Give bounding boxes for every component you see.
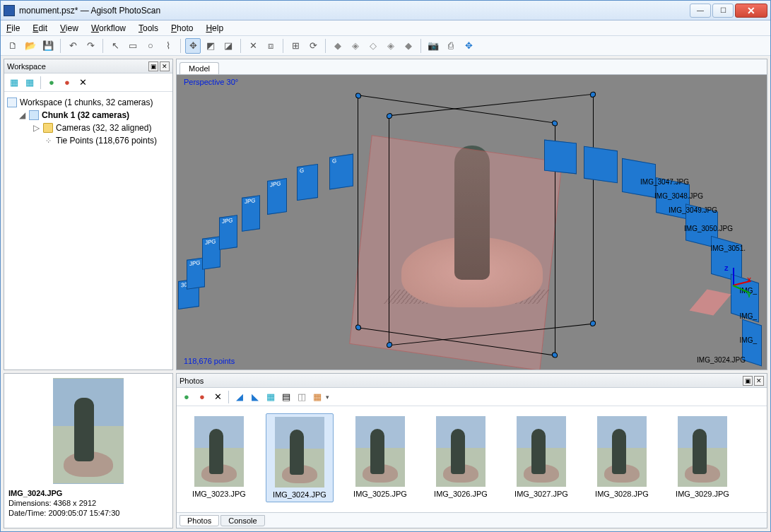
camera-marker[interactable]: JPG bbox=[219, 215, 237, 250]
pointer-icon[interactable]: ↖ bbox=[107, 38, 123, 54]
reset-view-icon[interactable]: ⟳ bbox=[305, 38, 321, 54]
bbox-handle[interactable] bbox=[552, 352, 558, 358]
rotate-right-icon[interactable]: ◣ bbox=[248, 390, 262, 404]
camera-icon[interactable]: 📷 bbox=[425, 38, 441, 54]
photo-thumbnail[interactable]: IMG_3026.JPG bbox=[427, 413, 495, 501]
photo-thumbnail[interactable]: IMG_3029.JPG bbox=[669, 413, 736, 501]
viewport-points-label: 118,676 points bbox=[184, 357, 235, 365]
free-select-icon[interactable]: ⌇ bbox=[160, 38, 176, 54]
preview-thumbnail[interactable] bbox=[53, 378, 124, 484]
select-b-icon[interactable]: ◪ bbox=[220, 38, 236, 54]
menu-view[interactable]: View bbox=[60, 23, 78, 33]
mask-icon[interactable]: ▦ bbox=[264, 390, 278, 404]
camera-label: IMG_ bbox=[740, 336, 757, 344]
separator bbox=[325, 39, 326, 53]
tab-console[interactable]: Console bbox=[220, 515, 264, 526]
thumbnail-caption: IMG_3028.JPG bbox=[595, 490, 649, 498]
separator bbox=[40, 76, 41, 89]
save-icon[interactable]: 💾 bbox=[40, 38, 56, 54]
thumbnail-caption: IMG_3029.JPG bbox=[676, 490, 729, 498]
photo-thumbnails[interactable]: IMG_3023.JPGIMG_3024.JPGIMG_3025.JPGIMG_… bbox=[177, 406, 767, 512]
viewmode-2-icon[interactable]: ◈ bbox=[348, 38, 363, 54]
delete-icon[interactable]: ✕ bbox=[245, 38, 261, 54]
detail-b-icon[interactable]: ◫ bbox=[295, 390, 309, 404]
camera-marker[interactable]: JPG bbox=[242, 195, 260, 232]
rect-select-icon[interactable]: ▭ bbox=[125, 38, 141, 54]
3d-viewport[interactable]: Perspective 30° 118,676 points bbox=[177, 75, 767, 370]
menu-tools[interactable]: Tools bbox=[139, 23, 158, 33]
collapse-icon[interactable]: ◢ bbox=[18, 109, 26, 122]
menu-edit[interactable]: Edit bbox=[33, 23, 47, 33]
photo-thumbnail[interactable]: IMG_3025.JPG bbox=[346, 413, 414, 501]
camera-marker[interactable]: JPG bbox=[267, 178, 287, 215]
photo-thumbnail[interactable]: IMG_3023.JPG bbox=[185, 413, 253, 501]
bbox-icon[interactable]: ⊞ bbox=[288, 38, 303, 54]
viewmode-4-icon[interactable]: ◈ bbox=[383, 38, 399, 54]
bottom-tabs: Photos Console bbox=[177, 512, 767, 528]
rotate-left-icon[interactable]: ◢ bbox=[233, 390, 247, 404]
view-mode-icon[interactable]: ▦ bbox=[310, 390, 324, 404]
tree-tiepoints[interactable]: Tie Points (118,676 points) bbox=[7, 134, 170, 147]
undo-icon[interactable]: ↶ bbox=[65, 38, 81, 54]
new-icon[interactable]: 🗋 bbox=[5, 38, 20, 54]
select-a-icon[interactable]: ◩ bbox=[203, 38, 218, 54]
menu-help[interactable]: Help bbox=[206, 23, 223, 33]
tab-photos[interactable]: Photos bbox=[179, 515, 219, 526]
tree-workspace-root[interactable]: Workspace (1 chunks, 32 cameras) bbox=[7, 96, 170, 109]
photo-thumbnail[interactable]: IMG_3024.JPG bbox=[266, 413, 334, 502]
photo-thumbnail[interactable]: IMG_3027.JPG bbox=[507, 413, 575, 501]
bbox-handle[interactable] bbox=[387, 113, 392, 119]
menu-file[interactable]: File bbox=[6, 23, 20, 33]
camera-label: IMG_ bbox=[740, 312, 757, 320]
bbox-handle[interactable] bbox=[355, 324, 361, 331]
menu-photo[interactable]: Photo bbox=[171, 23, 193, 33]
close-button[interactable]: ✕ bbox=[735, 4, 767, 18]
bbox-handle[interactable] bbox=[590, 320, 596, 326]
detail-a-icon[interactable]: ▤ bbox=[279, 390, 293, 404]
viewmode-3-icon[interactable]: ◇ bbox=[365, 38, 381, 54]
tree-label: Workspace (1 chunks, 32 cameras) bbox=[20, 96, 153, 109]
camera-marker[interactable]: G bbox=[329, 154, 353, 190]
camera-marker[interactable] bbox=[544, 140, 577, 175]
open-icon[interactable]: 📂 bbox=[23, 38, 38, 54]
navigate-icon[interactable]: ✥ bbox=[185, 38, 201, 54]
delete-icon[interactable]: ✕ bbox=[76, 76, 90, 90]
bbox-handle[interactable] bbox=[355, 93, 361, 99]
move-icon[interactable]: ✥ bbox=[461, 38, 476, 54]
bbox-handle[interactable] bbox=[590, 91, 596, 97]
delete-icon[interactable]: ✕ bbox=[211, 390, 225, 404]
camera-marker[interactable] bbox=[584, 146, 618, 184]
photo-thumbnail[interactable]: IMG_3028.JPG bbox=[588, 413, 656, 501]
print-icon[interactable]: ⎙ bbox=[443, 38, 459, 54]
camera-marker[interactable]: G bbox=[297, 164, 318, 201]
photos-toolbar: ● ● ✕ ◢ ◣ ▦ ▤ ◫ ▦ ▾ bbox=[177, 388, 767, 406]
viewmode-1-icon[interactable]: ◆ bbox=[330, 38, 346, 54]
photos-header: Photos ▣ ✕ bbox=[177, 374, 767, 388]
axes-gizmo[interactable]: X Y Z bbox=[712, 264, 754, 306]
enable-icon[interactable]: ● bbox=[45, 76, 59, 90]
expand-icon[interactable]: ▷ bbox=[33, 122, 40, 134]
minimize-button[interactable]: — bbox=[690, 4, 711, 18]
maximize-button[interactable]: ☐ bbox=[712, 4, 734, 18]
undock-button[interactable]: ▣ bbox=[148, 61, 158, 71]
dropdown-icon[interactable]: ▾ bbox=[326, 394, 329, 401]
tree-chunk[interactable]: ◢ Chunk 1 (32 cameras) bbox=[7, 109, 170, 122]
camera-marker[interactable]: JPG bbox=[202, 236, 220, 270]
circle-select-icon[interactable]: ○ bbox=[143, 38, 158, 54]
redo-icon[interactable]: ↷ bbox=[83, 38, 98, 54]
app-icon bbox=[4, 5, 15, 16]
tab-model[interactable]: Model bbox=[179, 62, 219, 74]
ws-tool-1-icon[interactable]: ▦ bbox=[7, 76, 21, 90]
close-panel-button[interactable]: ✕ bbox=[754, 376, 764, 386]
viewmode-5-icon[interactable]: ◆ bbox=[401, 38, 416, 54]
close-panel-button[interactable]: ✕ bbox=[160, 61, 170, 71]
disable-icon[interactable]: ● bbox=[60, 76, 74, 90]
undock-button[interactable]: ▣ bbox=[743, 376, 753, 386]
disable-icon[interactable]: ● bbox=[195, 390, 209, 404]
preview-panel: IMG_3024.JPG Dimensions: 4368 x 2912 Dat… bbox=[4, 373, 173, 528]
tree-cameras[interactable]: ▷ Cameras (32, 32 aligned) bbox=[7, 122, 170, 134]
ws-tool-2-icon[interactable]: ▦ bbox=[23, 76, 37, 90]
enable-icon[interactable]: ● bbox=[179, 390, 194, 404]
menu-workflow[interactable]: Workflow bbox=[91, 23, 126, 33]
crop-icon[interactable]: ⧈ bbox=[263, 38, 278, 54]
